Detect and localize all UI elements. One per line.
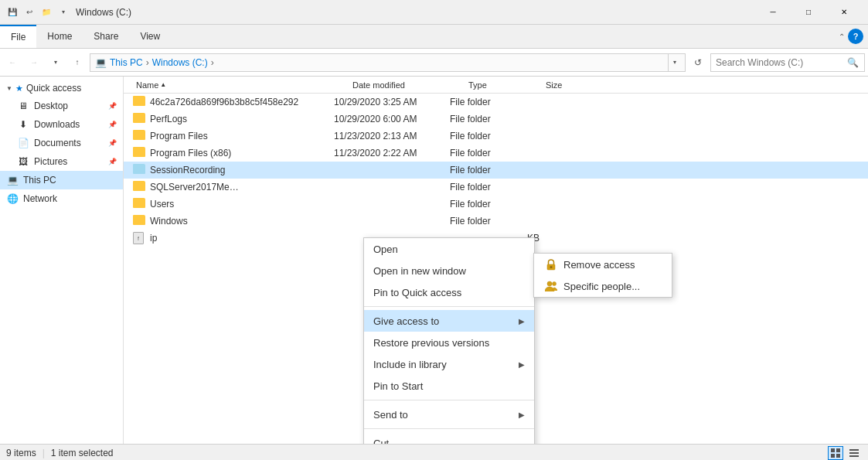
ctx-give-access-label: Give access to xyxy=(373,315,439,327)
file-row[interactable]: PerfLogs 10/29/2020 6:00 AM File folder xyxy=(124,111,868,128)
help-button[interactable]: ? xyxy=(848,29,863,44)
close-button[interactable]: ✕ xyxy=(826,0,862,25)
address-path[interactable]: 💻 This PC › Windows (C:) › ▾ xyxy=(90,53,686,72)
col-header-name[interactable]: Name ▲ xyxy=(133,77,349,94)
submenu-give-access: Remove access Specific people... xyxy=(533,253,672,298)
ctx-pin-quick-access[interactable]: Pin to Quick access xyxy=(364,281,534,303)
maximize-button[interactable]: □ xyxy=(791,0,826,25)
desktop-icon: 🖥 xyxy=(17,100,29,112)
folder-icon-tb[interactable]: 📁 xyxy=(40,6,53,19)
quick-access-caret: ▼ xyxy=(6,85,12,92)
tab-home[interactable]: Home xyxy=(36,25,83,48)
ctx-divider-3 xyxy=(364,428,534,429)
ctx-give-access-arrow: ▶ xyxy=(519,317,525,325)
view-grid-button[interactable] xyxy=(828,446,843,460)
submenu-remove-access[interactable]: Remove access xyxy=(534,254,672,275)
back-button[interactable]: ← xyxy=(3,53,22,72)
file-row[interactable]: Windows File folder xyxy=(124,213,868,230)
file-type-cell: File folder xyxy=(450,114,527,124)
ctx-send-to-label: Send to xyxy=(373,409,408,421)
col-header-date[interactable]: Date modified xyxy=(349,77,465,94)
sidebar-item-network[interactable]: 🌐 Network xyxy=(0,189,123,208)
tab-share[interactable]: Share xyxy=(83,25,129,48)
search-icon[interactable]: 🔍 xyxy=(847,57,859,68)
col-header-size[interactable]: Size xyxy=(543,77,604,94)
file-list: Name ▲ Date modified Type Size 46c2a726d… xyxy=(124,77,868,444)
path-sep-1: › xyxy=(146,57,149,68)
ctx-open[interactable]: Open xyxy=(364,238,534,260)
ctx-send-to[interactable]: Send to ▶ xyxy=(364,404,534,425)
status-bar: 9 items | 1 item selected xyxy=(0,444,868,460)
ribbon-expand[interactable]: ⌃ xyxy=(839,32,845,41)
up-button[interactable]: ↑ xyxy=(68,53,87,72)
title-bar: 💾 ↩ 📁 ▾ Windows (C:) ─ □ ✕ xyxy=(0,0,868,25)
sidebar-item-downloads[interactable]: ⬇ Downloads 📌 xyxy=(0,115,123,134)
file-row[interactable]: SQLServer2017Me… File folder xyxy=(124,179,868,196)
view-controls xyxy=(828,446,862,460)
file-type-cell: File folder xyxy=(450,199,527,210)
downloads-pin-icon: 📌 xyxy=(108,121,117,128)
ctx-include-label: Include in library xyxy=(373,359,447,370)
quick-access-label: Quick access xyxy=(26,83,81,94)
svg-rect-5 xyxy=(836,448,840,452)
file-date-cell: 11/23/2020 2:13 AM xyxy=(334,131,450,141)
window-controls: ─ □ ✕ xyxy=(755,0,862,25)
grid-view-icon xyxy=(831,448,840,458)
sidebar-item-documents[interactable]: 📄 Documents 📌 xyxy=(0,134,123,152)
file-row[interactable]: Users File folder xyxy=(124,196,868,213)
address-bar: ← → ▾ ↑ 💻 This PC › Windows (C:) › ▾ ↺ 🔍 xyxy=(0,49,868,77)
documents-icon: 📄 xyxy=(17,137,29,149)
sidebar-item-desktop[interactable]: 🖥 Desktop 📌 xyxy=(0,97,123,115)
folder-icon-row xyxy=(133,113,145,125)
desktop-pin-icon: 📌 xyxy=(108,102,117,110)
documents-pin-icon: 📌 xyxy=(108,139,117,147)
file-row[interactable]: Program Files 11/23/2020 2:13 AM File fo… xyxy=(124,128,868,145)
file-name-cell-selected: SessionRecording xyxy=(133,164,334,176)
minimize-button[interactable]: ─ xyxy=(755,0,791,25)
refresh-button[interactable]: ↺ xyxy=(689,53,707,72)
ctx-restore-versions[interactable]: Restore previous versions xyxy=(364,332,534,353)
file-row-selected[interactable]: SessionRecording File folder xyxy=(124,162,868,179)
file-row[interactable]: 46c2a726da869f96b3b8c5f458e292 10/29/202… xyxy=(124,94,868,111)
dropdown-icon[interactable]: ▾ xyxy=(57,6,70,19)
file-type-cell: File folder xyxy=(450,97,527,107)
dropdown-recent[interactable]: ▾ xyxy=(46,53,65,72)
sidebar-item-pictures[interactable]: 🖼 Pictures 📌 xyxy=(0,152,123,171)
context-menu: Open Open in new window Pin to Quick acc… xyxy=(363,237,535,444)
ctx-open-new-window[interactable]: Open in new window xyxy=(364,260,534,281)
path-this-pc[interactable]: This PC xyxy=(108,57,145,68)
file-name-cell: 46c2a726da869f96b3b8c5f458e292 xyxy=(133,96,334,108)
ctx-restore-label: Restore previous versions xyxy=(373,337,489,349)
file-type-cell: File folder xyxy=(450,216,527,227)
ctx-include-library[interactable]: Include in library ▶ xyxy=(364,353,534,375)
path-windows-c[interactable]: Windows (C:) xyxy=(151,57,209,68)
ctx-give-access[interactable]: Give access to ▶ xyxy=(364,310,534,332)
path-dropdown[interactable]: ▾ xyxy=(668,53,680,72)
ctx-pin-start-label: Pin to Start xyxy=(373,380,423,392)
svg-rect-7 xyxy=(836,454,840,458)
ctx-pin-start[interactable]: Pin to Start xyxy=(364,375,534,397)
tab-file[interactable]: File xyxy=(0,25,36,48)
col-header-type[interactable]: Type xyxy=(465,77,543,94)
forward-button[interactable]: → xyxy=(25,53,43,72)
file-name-cell: Program Files (x86) xyxy=(133,147,334,159)
ctx-divider-1 xyxy=(364,306,534,307)
file-list-header: Name ▲ Date modified Type Size xyxy=(124,77,868,94)
ctx-send-to-arrow: ▶ xyxy=(519,411,525,419)
tab-view[interactable]: View xyxy=(129,25,171,48)
svg-point-1 xyxy=(550,266,553,268)
ctx-cut-label: Cut xyxy=(373,438,389,445)
file-row[interactable]: Program Files (x86) 11/23/2020 2:22 AM F… xyxy=(124,145,868,162)
sidebar-item-this-pc[interactable]: 💻 This PC xyxy=(0,171,123,189)
file-type-cell: File folder xyxy=(450,148,527,158)
sidebar-item-quick-access[interactable]: ▼ ★ Quick access xyxy=(0,80,123,97)
search-input[interactable] xyxy=(716,57,847,68)
folder-icon-row xyxy=(133,215,145,227)
submenu-specific-people[interactable]: Specific people... xyxy=(534,275,672,297)
view-list-button[interactable] xyxy=(846,446,862,460)
status-separator: | xyxy=(43,448,45,458)
ctx-cut[interactable]: Cut xyxy=(364,432,534,444)
save-icon[interactable]: 💾 xyxy=(6,6,19,19)
undo-icon[interactable]: ↩ xyxy=(23,6,36,19)
window-title: Windows (C:) xyxy=(76,7,755,18)
